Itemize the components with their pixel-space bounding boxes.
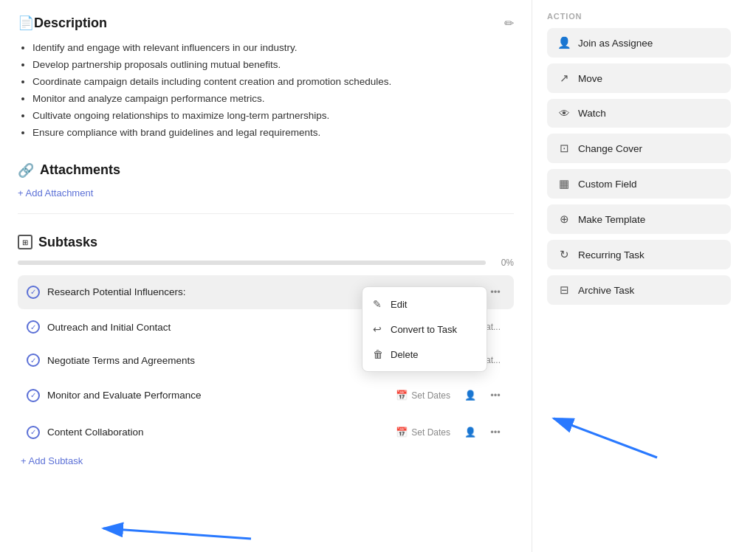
subtask-actions: 📅Set Dates👤••• bbox=[391, 423, 505, 442]
menu-item-icon: ✎ bbox=[373, 298, 385, 310]
action-btn-icon: 👁 bbox=[557, 107, 571, 120]
add-subtask-label: + Add Subtask bbox=[21, 455, 83, 466]
more-options-button[interactable]: ••• bbox=[486, 386, 505, 405]
bullet-item: Identify and engage with relevant influe… bbox=[32, 40, 514, 57]
subtask-name: Research Potential Influencers: bbox=[47, 286, 391, 297]
add-subtask-link[interactable]: + Add Subtask bbox=[18, 455, 514, 466]
action-btn-move[interactable]: ↗Move bbox=[547, 63, 731, 93]
attachments-header: 🔗 Attachments bbox=[18, 162, 514, 179]
action-btn-label: Make Template bbox=[578, 214, 645, 225]
calendar-icon: 📅 bbox=[396, 427, 408, 438]
edit-description-icon[interactable]: ✏ bbox=[504, 16, 514, 30]
subtask-check[interactable]: ✓ bbox=[27, 320, 40, 334]
progress-bar-bg bbox=[18, 261, 486, 265]
more-options-button[interactable]: ••• bbox=[486, 423, 505, 442]
description-icon: 📄 bbox=[18, 15, 34, 31]
assignee-button[interactable]: 👤 bbox=[461, 423, 480, 442]
action-btn-make-template[interactable]: ⊕Make Template bbox=[547, 204, 731, 234]
action-btn-label: Archive Task bbox=[578, 285, 634, 296]
progress-bar-container: 0% bbox=[18, 258, 514, 268]
action-btn-label: Custom Field bbox=[578, 179, 637, 190]
menu-item-label: Convert to Task bbox=[391, 324, 457, 335]
action-btn-label: Change Cover bbox=[578, 143, 642, 154]
menu-item-label: Delete bbox=[391, 349, 419, 360]
subtasks-icon: ⊞ bbox=[18, 235, 32, 249]
action-btn-icon: ⊡ bbox=[557, 142, 571, 155]
action-btn-label: Join as Assignee bbox=[578, 38, 653, 49]
menu-item-icon: 🗑 bbox=[373, 348, 385, 360]
add-attachment-label: + Add Attachment bbox=[18, 187, 93, 199]
action-btn-label: Recurring Task bbox=[578, 249, 645, 261]
description-bullets: Identify and engage with relevant influe… bbox=[18, 40, 514, 142]
subtask-check[interactable]: ✓ bbox=[27, 426, 40, 439]
subtask-check[interactable]: ✓ bbox=[27, 286, 40, 299]
action-btn-icon: ↻ bbox=[557, 248, 571, 261]
subtask-check[interactable]: ✓ bbox=[27, 353, 40, 367]
action-btn-watch[interactable]: 👁Watch bbox=[547, 99, 731, 128]
more-options-button[interactable]: ••• bbox=[486, 283, 505, 302]
menu-item-icon: ↩ bbox=[373, 323, 385, 335]
assignee-button[interactable]: 👤 bbox=[461, 386, 480, 405]
description-header: 📄 Description ✏ bbox=[18, 15, 514, 31]
action-btn-custom-field[interactable]: ▦Custom Field bbox=[547, 169, 731, 199]
description-section: 📄 Description ✏ Identify and engage with… bbox=[18, 15, 514, 142]
attachments-section: 🔗 Attachments + Add Attachment bbox=[18, 162, 514, 214]
context-menu-item-convert-to-task[interactable]: ↩Convert to Task bbox=[362, 317, 487, 342]
action-btn-recurring-task[interactable]: ↻Recurring Task bbox=[547, 240, 731, 269]
person-icon: 👤 bbox=[464, 390, 476, 401]
bullet-item: Coordinate campaign details including co… bbox=[32, 74, 514, 91]
person-icon: 👤 bbox=[464, 427, 476, 438]
sidebar-buttons: 👤Join as Assignee↗Move👁Watch⊡Change Cove… bbox=[547, 28, 731, 305]
ellipsis-icon: ••• bbox=[490, 427, 501, 438]
action-btn-join-as-assignee[interactable]: 👤Join as Assignee bbox=[547, 28, 731, 58]
sidebar: ACTION 👤Join as Assignee↗Move👁Watch⊡Chan… bbox=[532, 0, 746, 552]
set-dates-button[interactable]: 📅Set Dates bbox=[391, 424, 455, 440]
subtask-row[interactable]: ✓Monitor and Evaluate Performance📅Set Da… bbox=[18, 379, 514, 413]
bullet-item: Ensure compliance with brand guidelines … bbox=[32, 125, 514, 142]
action-btn-icon: ↗ bbox=[557, 72, 571, 85]
progress-label: 0% bbox=[492, 258, 514, 268]
attachments-title: Attachments bbox=[40, 162, 120, 178]
subtasks-title: Subtasks bbox=[38, 235, 97, 250]
ellipsis-icon: ••• bbox=[490, 390, 501, 401]
subtask-name: Content Collaboration bbox=[47, 427, 391, 438]
bullet-item: Develop partnership proposals outlining … bbox=[32, 57, 514, 74]
subtask-actions: 📅Set Dates👤••• bbox=[391, 386, 505, 405]
description-title: Description bbox=[34, 15, 107, 31]
subtask-name: Monitor and Evaluate Performance bbox=[47, 390, 391, 401]
bullet-item: Cultivate ongoing relationships to maxim… bbox=[32, 108, 514, 125]
set-dates-button[interactable]: 📅Set Dates bbox=[391, 387, 455, 403]
action-btn-label: Move bbox=[578, 73, 602, 84]
action-btn-archive-task[interactable]: ⊟Archive Task bbox=[547, 275, 731, 305]
bullet-item: Monitor and analyze campaign performance… bbox=[32, 91, 514, 108]
set-dates-label: Set Dates bbox=[411, 427, 450, 438]
menu-item-label: Edit bbox=[391, 299, 407, 310]
add-attachment-link[interactable]: + Add Attachment bbox=[18, 187, 514, 199]
context-menu-item-edit[interactable]: ✎Edit bbox=[362, 291, 487, 317]
subtask-check[interactable]: ✓ bbox=[27, 389, 40, 402]
context-menu-item-delete[interactable]: 🗑Delete bbox=[362, 342, 487, 367]
action-label: ACTION bbox=[547, 12, 731, 21]
action-btn-icon: 👤 bbox=[557, 36, 571, 49]
calendar-icon: 📅 bbox=[396, 390, 408, 401]
set-dates-label: Set Dates bbox=[411, 390, 450, 401]
action-btn-icon: ▦ bbox=[557, 177, 571, 190]
attachment-icon: 🔗 bbox=[18, 162, 34, 179]
main-content: 📄 Description ✏ Identify and engage with… bbox=[0, 0, 532, 552]
subtasks-header: ⊞ Subtasks bbox=[18, 235, 514, 250]
action-btn-change-cover[interactable]: ⊡Change Cover bbox=[547, 134, 731, 163]
subtask-row[interactable]: ✓Content Collaboration📅Set Dates👤••• bbox=[18, 415, 514, 449]
action-btn-icon: ⊟ bbox=[557, 283, 571, 297]
action-btn-label: Watch bbox=[578, 108, 606, 119]
action-btn-icon: ⊕ bbox=[557, 213, 571, 226]
ellipsis-icon: ••• bbox=[490, 286, 501, 297]
context-menu: ✎Edit↩Convert to Task🗑Delete bbox=[362, 286, 487, 372]
